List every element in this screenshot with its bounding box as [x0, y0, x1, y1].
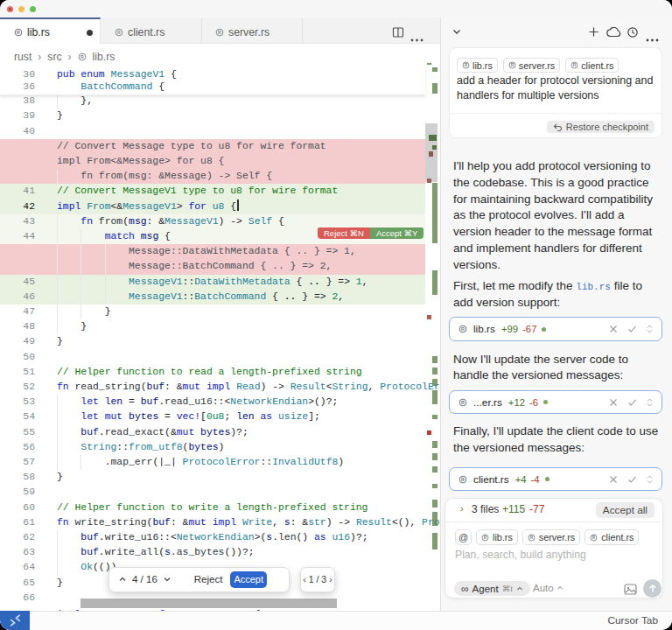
- svg-text:R: R: [218, 30, 221, 35]
- svg-text:R: R: [461, 400, 465, 405]
- svg-text:R: R: [530, 536, 534, 540]
- svg-text:R: R: [17, 30, 20, 35]
- svg-text:R: R: [511, 63, 514, 67]
- svg-text:R: R: [484, 536, 487, 540]
- svg-text:R: R: [573, 63, 577, 67]
- svg-text:R: R: [117, 30, 121, 35]
- svg-text:R: R: [461, 477, 465, 482]
- svg-text:R: R: [80, 54, 84, 60]
- svg-text:R: R: [461, 326, 465, 332]
- svg-text:R: R: [465, 63, 468, 67]
- svg-text:R: R: [592, 536, 596, 540]
